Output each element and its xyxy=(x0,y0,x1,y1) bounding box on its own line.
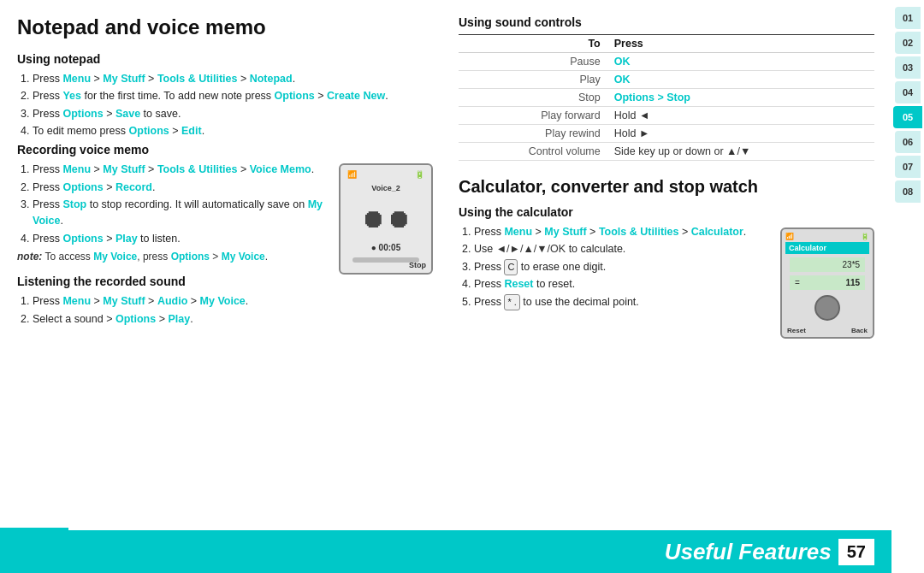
tab-08[interactable]: 08 xyxy=(895,180,921,203)
using-notepad-section: Using notepad Press Menu > My Stuff > To… xyxy=(17,52,433,144)
tab-02[interactable]: 02 xyxy=(895,32,921,54)
list-item: Press Menu > My Stuff > Tools & Utilitie… xyxy=(33,71,433,87)
table-row: Play forward Hold ◄ xyxy=(459,107,874,125)
sound-controls-table: To Press Pause OK Play OK xyxy=(459,34,874,161)
calc-top-bar: 📶 🔋 xyxy=(785,233,869,240)
mystuff-link: My Stuff xyxy=(544,226,586,238)
table-row: Play OK xyxy=(459,71,874,89)
stop-link: Stop xyxy=(62,198,86,210)
options-link: Options xyxy=(62,233,103,245)
save-link: Save xyxy=(116,108,140,120)
playforward-label: Play forward xyxy=(459,107,614,125)
list-item: Press Options > Record. xyxy=(33,180,330,196)
phone-icon-area: ⏺⏺ xyxy=(360,199,412,238)
options-link: Options xyxy=(62,181,103,193)
phone-time: ● 00:05 xyxy=(371,243,400,252)
signal-icon: 📶 xyxy=(785,233,794,240)
battery-icon: 🔋 xyxy=(415,170,424,179)
page-number: 57 xyxy=(838,539,874,565)
voice-memo-instructions: Press Menu > My Stuff > Tools & Utilitie… xyxy=(17,162,330,263)
record-link: Record xyxy=(116,181,152,193)
play-link: Play xyxy=(116,233,138,245)
menu-link: Menu xyxy=(62,73,91,85)
list-item: Press Reset to reset. xyxy=(474,276,772,292)
tab-bar: 01 02 03 04 05 06 07 08 xyxy=(891,0,924,573)
reset-link: Reset xyxy=(504,278,533,290)
options-link: Options xyxy=(275,90,315,102)
back-label: Back xyxy=(851,327,868,334)
table-row: Pause OK xyxy=(459,53,874,71)
nav-keys: ◄/►/▲/▼/OK xyxy=(496,243,566,255)
options-link: Options xyxy=(129,125,169,137)
list-item: Press Menu > My Stuff > Tools & Utilitie… xyxy=(474,224,772,240)
recording-voice-title: Recording voice memo xyxy=(17,143,433,157)
reset-label: Reset xyxy=(787,327,806,334)
listening-list: Press Menu > My Stuff > Audio > My Voice… xyxy=(17,293,433,328)
options-link: Options xyxy=(116,313,156,325)
mystuff-link: My Stuff xyxy=(103,73,145,85)
cassette-icon: ⏺⏺ xyxy=(360,204,412,233)
tab-07[interactable]: 07 xyxy=(895,156,921,178)
playforward-press: Hold ◄ xyxy=(614,107,874,125)
myvoice-inline2: My Voice xyxy=(222,251,265,263)
options-link: Options xyxy=(62,108,103,120)
edit-link: Edit xyxy=(181,125,202,137)
clear-key: C xyxy=(504,259,518,275)
using-notepad-list: Press Menu > My Stuff > Tools & Utilitie… xyxy=(17,71,433,140)
calculator-section: Calculator, converter and stop watch Usi… xyxy=(459,176,874,339)
phone-title: Voice_2 xyxy=(344,184,428,192)
tab-05[interactable]: 05 xyxy=(893,106,922,128)
voice-phone-screen: 📶 🔋 Voice_2 ⏺⏺ ● 00:05 Stop xyxy=(339,163,433,275)
tools-link: Tools & Utilities xyxy=(157,73,238,85)
listening-title: Listening the recorded sound xyxy=(17,275,433,288)
recording-voice-section: Recording voice memo Press Menu > My Stu… xyxy=(17,143,433,275)
calc-phone-screen: 📶 🔋 Calculator 23*5 = 115 xyxy=(780,227,874,339)
tab-04[interactable]: 04 xyxy=(895,81,921,103)
using-calculator-subsection: Using the calculator Press Menu > My Stu… xyxy=(459,205,874,339)
tools-link: Tools & Utilities xyxy=(157,163,238,175)
controlvol-press: Side key up or down or ▲/▼ xyxy=(614,143,874,161)
calc-display-eq: 23*5 xyxy=(795,260,860,269)
play-press: OK xyxy=(614,71,874,89)
sound-controls-section: Using sound controls To Press Pause OK xyxy=(459,15,874,176)
tab-06[interactable]: 06 xyxy=(895,131,921,153)
useful-features-text: Useful Features xyxy=(665,539,832,565)
list-item: Use ◄/►/▲/▼/OK to calculate. xyxy=(474,241,772,257)
pause-press: OK xyxy=(614,53,874,71)
equals-sign: = xyxy=(795,278,800,287)
list-item: Press Yes for the first time. To add new… xyxy=(33,88,433,104)
play-link: Play xyxy=(168,313,190,325)
tab-03[interactable]: 03 xyxy=(895,56,921,79)
tools-link: Tools & Utilities xyxy=(599,226,679,238)
calc-keypad xyxy=(790,295,865,321)
list-item: Press Menu > My Stuff > Tools & Utilitie… xyxy=(33,162,330,178)
playrewind-label: Play rewind xyxy=(459,125,614,143)
calc-title-bar: Calculator xyxy=(785,242,869,254)
calc-section: Press Menu > My Stuff > Tools & Utilitie… xyxy=(459,224,874,339)
listening-section: Listening the recorded sound Press Menu … xyxy=(17,275,433,331)
yes-link: Yes xyxy=(62,90,81,102)
bottom-banner: Useful Features 57 xyxy=(0,530,891,573)
stop-press: Options > Stop xyxy=(614,89,874,107)
signal-icon: 📶 xyxy=(347,170,357,179)
menu-link: Menu xyxy=(62,295,91,307)
tab-01[interactable]: 01 xyxy=(895,7,921,29)
menu-link: Menu xyxy=(62,163,91,175)
main-title: Notepad and voice memo xyxy=(17,15,433,40)
list-item: Press * . to use the decimal point. xyxy=(474,294,772,310)
calc-list: Press Menu > My Stuff > Tools & Utilitie… xyxy=(459,224,772,310)
options-inline: Options xyxy=(171,251,210,263)
pause-label: Pause xyxy=(459,53,614,71)
calc-display: 23*5 xyxy=(790,257,865,272)
calc-result-display: = 115 xyxy=(790,275,865,290)
mystuff-link: My Stuff xyxy=(103,163,145,175)
main-content: Notepad and voice memo Using notepad Pre… xyxy=(0,0,891,573)
list-item: Select a sound > Options > Play. xyxy=(33,311,433,328)
notepad-link: Notepad xyxy=(250,73,293,85)
to-header: To xyxy=(459,35,614,53)
left-column: Notepad and voice memo Using notepad Pre… xyxy=(17,15,433,522)
myvoice-link: My Voice xyxy=(200,295,246,307)
sound-controls-title: Using sound controls xyxy=(459,15,874,29)
list-item: Press Options > Save to save. xyxy=(33,106,433,122)
calculator-main-title: Calculator, converter and stop watch xyxy=(459,176,874,197)
